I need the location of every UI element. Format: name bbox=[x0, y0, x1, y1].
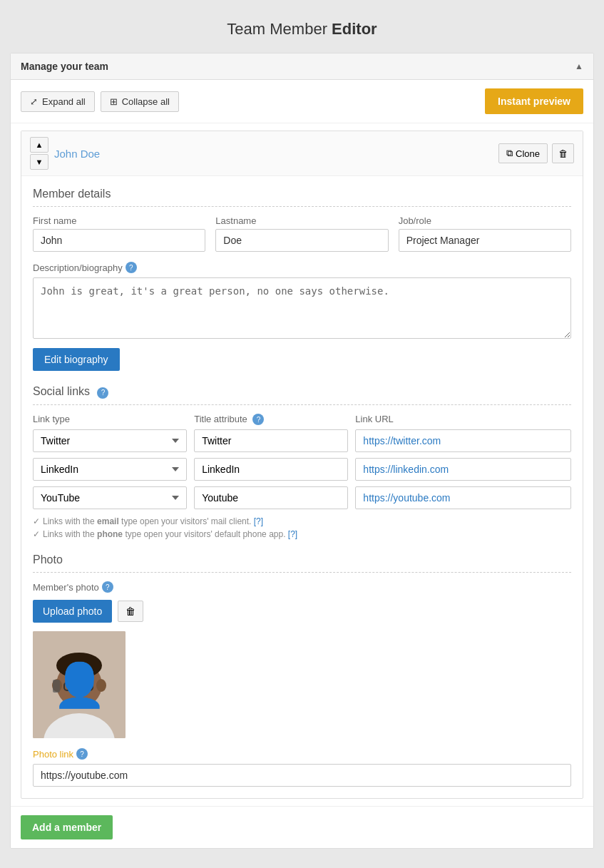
check-icon-1: ✓ bbox=[33, 516, 40, 526]
bio-help-badge[interactable]: ? bbox=[126, 262, 137, 273]
photo-actions: Upload photo 🗑 bbox=[33, 600, 571, 623]
photo-help-badge[interactable]: ? bbox=[102, 581, 113, 593]
member-details-title: Member details bbox=[33, 188, 571, 207]
svg-point-2 bbox=[56, 662, 102, 708]
sort-arrows: ▲ ▼ bbox=[30, 137, 48, 170]
member-photo-label: Member's photo ? bbox=[33, 581, 571, 593]
photo-link-section: Photo link ? bbox=[33, 748, 571, 787]
bio-section: Description/biography ? John is great, i… bbox=[33, 262, 571, 371]
phone-help-link[interactable]: [?] bbox=[288, 529, 297, 539]
clone-icon: ⧉ bbox=[506, 148, 513, 159]
toolbar: ⤢ Expand all ⊞ Collapse all Instant prev… bbox=[11, 80, 593, 123]
panel-header: Manage your team ▲ bbox=[11, 53, 593, 80]
photo-link-label: Photo link ? bbox=[33, 748, 571, 760]
title-attr-help-badge[interactable]: ? bbox=[252, 414, 264, 425]
photo-link-input[interactable] bbox=[33, 764, 571, 787]
sort-down-button[interactable]: ▼ bbox=[30, 154, 48, 170]
social-row-youtube: Twitter LinkedIn YouTube Facebook bbox=[33, 486, 571, 509]
youtube-url-input[interactable] bbox=[355, 486, 571, 509]
photo-link-help-badge[interactable]: ? bbox=[76, 748, 88, 760]
col-title-attr-header: Title attribute ? bbox=[194, 414, 348, 426]
email-help-link[interactable]: [?] bbox=[254, 516, 263, 526]
toolbar-left: ⤢ Expand all ⊞ Collapse all bbox=[21, 91, 179, 112]
page-title: Team Member Editor bbox=[0, 0, 604, 53]
twitter-url-input[interactable] bbox=[355, 429, 571, 452]
main-panel: Manage your team ▲ ⤢ Expand all ⊞ Collap… bbox=[10, 53, 594, 849]
collapse-all-button[interactable]: ⊞ Collapse all bbox=[101, 91, 179, 112]
check-icon-2: ✓ bbox=[33, 529, 40, 539]
twitter-link-type-select[interactable]: Twitter LinkedIn YouTube Facebook Instag… bbox=[33, 429, 187, 452]
social-links-section: Social links ? Link type Title attribute… bbox=[33, 385, 571, 539]
svg-rect-6 bbox=[64, 683, 76, 690]
collapse-icon: ⊞ bbox=[110, 96, 118, 107]
name-row: First name Lastname Job/role bbox=[33, 215, 571, 252]
social-row-linkedin: Twitter LinkedIn YouTube Facebook bbox=[33, 458, 571, 481]
photo-section-title: Photo bbox=[33, 553, 571, 573]
social-links-title: Social links ? bbox=[33, 385, 571, 405]
twitter-link-type-wrapper: Twitter LinkedIn YouTube Facebook Instag… bbox=[33, 429, 187, 452]
delete-member-button[interactable]: 🗑 bbox=[552, 143, 574, 163]
bio-label: Description/biography ? bbox=[33, 262, 571, 273]
expand-all-button[interactable]: ⤢ Expand all bbox=[21, 91, 95, 112]
upload-photo-button[interactable]: Upload photo bbox=[33, 600, 112, 623]
last-name-group: Lastname bbox=[215, 215, 388, 252]
twitter-title-input[interactable] bbox=[194, 429, 348, 452]
first-name-group: First name bbox=[33, 215, 205, 252]
svg-rect-7 bbox=[81, 683, 93, 690]
youtube-link-type-select[interactable]: Twitter LinkedIn YouTube Facebook bbox=[33, 486, 187, 509]
phone-note: ✓ Links with the phone type open your vi… bbox=[33, 529, 571, 539]
svg-point-5 bbox=[96, 679, 106, 692]
col-link-type-header: Link type bbox=[33, 414, 187, 426]
sort-up-button[interactable]: ▲ bbox=[30, 137, 48, 153]
email-note: ✓ Links with the email type open your vi… bbox=[33, 516, 571, 526]
youtube-title-input[interactable] bbox=[194, 486, 348, 509]
add-member-bar: Add a member bbox=[11, 806, 593, 848]
col-link-url-header: Link URL bbox=[355, 414, 571, 426]
linkedin-link-type-wrapper: Twitter LinkedIn YouTube Facebook bbox=[33, 458, 187, 481]
add-member-button[interactable]: Add a member bbox=[21, 815, 113, 839]
linkedin-link-type-select[interactable]: Twitter LinkedIn YouTube Facebook bbox=[33, 458, 187, 481]
member-block: ▲ ▼ John Doe ⧉ Clone 🗑 Member details Fi… bbox=[21, 131, 583, 799]
svg-point-3 bbox=[56, 653, 102, 678]
clone-button[interactable]: ⧉ Clone bbox=[498, 143, 548, 163]
social-row-twitter: Twitter LinkedIn YouTube Facebook Instag… bbox=[33, 429, 571, 452]
panel-header-title: Manage your team bbox=[21, 61, 108, 72]
member-header: ▲ ▼ John Doe ⧉ Clone 🗑 bbox=[21, 131, 583, 176]
member-body: Member details First name Lastname Job/r… bbox=[21, 176, 583, 798]
instant-preview-button[interactable]: Instant preview bbox=[485, 88, 583, 114]
photo-preview bbox=[33, 631, 126, 738]
delete-photo-icon: 🗑 bbox=[126, 606, 135, 617]
linkedin-url-input[interactable] bbox=[355, 458, 571, 481]
member-actions: ⧉ Clone 🗑 bbox=[498, 143, 574, 163]
social-col-headers: Link type Title attribute ? Link URL bbox=[33, 414, 571, 426]
job-role-group: Job/role bbox=[399, 215, 571, 252]
edit-biography-button[interactable]: Edit biography bbox=[33, 348, 120, 371]
panel-collapse-button[interactable]: ▲ bbox=[575, 61, 583, 71]
youtube-link-type-wrapper: Twitter LinkedIn YouTube Facebook bbox=[33, 486, 187, 509]
last-name-label: Lastname bbox=[215, 215, 388, 226]
photo-person-svg bbox=[33, 631, 126, 738]
first-name-label: First name bbox=[33, 215, 205, 226]
photo-section: Photo Member's photo ? Upload photo 🗑 bbox=[33, 553, 571, 787]
job-role-input[interactable] bbox=[399, 229, 571, 252]
svg-rect-9 bbox=[53, 680, 60, 693]
job-role-label: Job/role bbox=[399, 215, 571, 226]
bio-textarea[interactable]: John is great, it's a great person, no o… bbox=[33, 277, 571, 339]
svg-point-4 bbox=[52, 679, 62, 692]
linkedin-title-input[interactable] bbox=[194, 458, 348, 481]
info-notes: ✓ Links with the email type open your vi… bbox=[33, 516, 571, 539]
last-name-input[interactable] bbox=[215, 229, 388, 252]
member-name: John Doe bbox=[54, 148, 493, 160]
delete-photo-button[interactable]: 🗑 bbox=[118, 601, 143, 622]
first-name-input[interactable] bbox=[33, 229, 205, 252]
social-help-badge[interactable]: ? bbox=[97, 387, 108, 399]
trash-icon: 🗑 bbox=[558, 148, 568, 159]
expand-icon: ⤢ bbox=[30, 96, 38, 107]
